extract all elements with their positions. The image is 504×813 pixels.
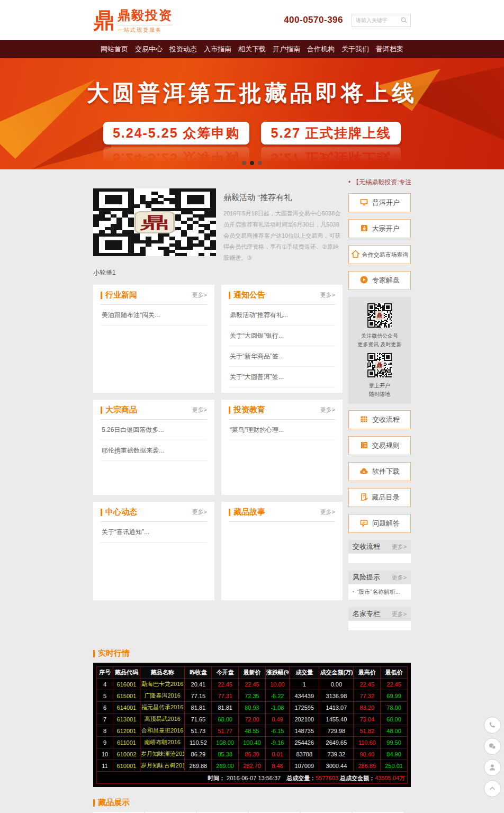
side-panel-title: 交收流程 [353, 542, 380, 552]
sidebar-button[interactable]: 专家解盘 [348, 271, 411, 290]
qq-float-button[interactable] [484, 759, 501, 776]
quote-cell: 20.41 [185, 679, 212, 690]
more-link[interactable]: 更多> [192, 291, 207, 299]
nav-item[interactable]: 关于我们 [341, 44, 369, 54]
more-link[interactable]: 更多> [192, 406, 207, 414]
sidebar-button-label: 藏品目录 [372, 493, 400, 502]
sidebar-button-label: 软件下载 [372, 467, 400, 476]
hero-banner[interactable]: 大圆普洱第五批藏品即将上线 5.24-5.25 众筹申购 5.27 正式挂牌上线… [0, 58, 504, 169]
search-button[interactable] [400, 16, 408, 24]
nav-item[interactable]: 交易中心 [135, 44, 163, 54]
quote-cell: 1 [290, 679, 319, 690]
news-item[interactable]: “菜鸟”理财的心理... [229, 420, 335, 440]
quote-cell: 8 [97, 725, 113, 737]
news-item[interactable]: 耶伦携重磅数据来袭... [101, 440, 207, 461]
article-title[interactable]: 鼎毅活动 “推荐有礼 [223, 193, 343, 203]
quote-row: 7613001高顶易武201671.6568.0072.000.49202100… [97, 713, 408, 725]
quotes-section-title: 实时行情 [98, 648, 130, 658]
more-link[interactable]: 更多> [392, 574, 407, 582]
news-item[interactable]: 关于“喜讯通知”... [101, 522, 207, 543]
side-panel-item[interactable]: “股市”名称解析... [348, 584, 411, 600]
carousel-dot[interactable] [242, 161, 246, 165]
quote-cell: 69.99 [381, 690, 408, 702]
quote-cell: 10 [97, 748, 113, 760]
quote-cell: 90.40 [354, 748, 381, 760]
news-card-title: 通知公告 [233, 290, 265, 300]
quote-cell: 0.49 [265, 713, 289, 725]
nav-item[interactable]: 普洱档案 [376, 44, 403, 54]
nav-item[interactable]: 网站首页 [101, 44, 128, 54]
nav-item[interactable]: 合作机构 [307, 44, 335, 54]
quote-cell: 11 [97, 760, 113, 772]
sidebar-button[interactable]: 大宗开户 [348, 219, 411, 238]
logo-tagline: 一站式现货服务 [118, 25, 173, 34]
top-float-button[interactable] [484, 780, 501, 797]
svg-text:鼎: 鼎 [376, 312, 383, 319]
more-link[interactable]: 更多> [320, 508, 335, 516]
quote-cell: 81.81 [212, 702, 239, 713]
sidebar-button[interactable]: 问题解答 [348, 514, 411, 533]
sidebar-button[interactable]: 交收流程 [348, 410, 411, 429]
nav-item[interactable]: 投资动态 [169, 44, 197, 54]
quote-cell: 172595 [290, 702, 319, 713]
quote-cell: 22.45 [239, 679, 266, 690]
quote-cell: -6.22 [265, 690, 289, 702]
more-link[interactable]: 更多> [392, 610, 407, 618]
news-card: 大宗商品 更多> 5.26日白银回落做多...耶伦携重磅数据来袭... [93, 400, 214, 495]
doc-edit-icon [360, 493, 368, 503]
section-bar [101, 509, 102, 516]
sidebar-button[interactable]: 藏品目录 [348, 488, 411, 507]
wechat-float-button[interactable] [484, 738, 501, 755]
sidebar-button-label: 普洱开户 [372, 198, 400, 207]
quote-cell: 729.98 [319, 725, 354, 737]
phone-float-button[interactable] [484, 717, 501, 734]
quote-cell: 269.88 [185, 760, 212, 772]
more-link[interactable]: 更多> [320, 291, 335, 299]
notice-ticker[interactable]: •【无锡鼎毅投资:专注 [348, 178, 411, 187]
news-item[interactable]: 鼎毅活动“推荐有礼... [229, 305, 335, 326]
news-item[interactable]: 美油跟随布油“闯关... [101, 305, 207, 326]
search-input[interactable] [356, 17, 400, 23]
carousel-dot[interactable] [258, 161, 262, 165]
quote-cell: 613001 [113, 713, 140, 725]
quote-cell: 77.15 [185, 690, 212, 702]
site-logo[interactable]: 鼎 鼎毅投资 一站式现货服务 [93, 7, 173, 34]
quote-cell: -1.08 [265, 702, 289, 713]
more-link[interactable]: 更多> [192, 508, 207, 516]
quote-cell: 202100 [290, 713, 319, 725]
quote-cell: 68.00 [381, 713, 408, 725]
news-item[interactable]: 关于“大圆银”银行... [229, 326, 335, 346]
search-box [352, 14, 411, 27]
news-card-title: 藏品故事 [233, 507, 265, 517]
quote-cell: 2649.65 [319, 737, 354, 748]
sidebar-button[interactable]: 交易规则 [348, 436, 411, 455]
news-item[interactable]: 关于“大圆普洱”签... [229, 367, 335, 387]
news-item[interactable]: 5.26日白银回落做多... [101, 420, 207, 440]
more-link[interactable]: 更多> [392, 543, 407, 551]
quote-cell: 8.46 [265, 760, 289, 772]
nav-item[interactable]: 入市指南 [204, 44, 231, 54]
bullet-icon: • [348, 178, 350, 186]
side-panel: 名家专栏更多> [348, 607, 411, 630]
nav-item[interactable]: 开户指南 [273, 44, 300, 54]
quote-cell: 南峤布朗2016 [140, 737, 185, 748]
news-item[interactable]: 关于“新华商品”签... [229, 346, 335, 367]
more-link[interactable]: 更多> [320, 406, 335, 414]
wechat-icon [488, 742, 497, 751]
floating-toolbar [484, 717, 501, 797]
carousel-dot[interactable] [250, 161, 254, 165]
quote-row: 9611001南峤布朗2016110.52108.00100.40-9.1625… [97, 737, 408, 748]
quote-cell: 0.00 [319, 679, 354, 690]
nav-item[interactable]: 相关下载 [238, 44, 266, 54]
sidebar-button[interactable]: 合作交易市场查询 [348, 245, 411, 264]
quotes-column-header: 成交金额(万) [319, 667, 354, 679]
quote-cell: 100.40 [239, 737, 266, 748]
quote-cell: 0.01 [265, 748, 289, 760]
quote-row: 11610001岁月知味古树2016269.88269.00282.708.46… [97, 760, 408, 772]
quote-cell: 81.81 [185, 702, 212, 713]
svg-text:鼎: 鼎 [139, 214, 169, 231]
phone-icon [488, 721, 497, 729]
sidebar-button[interactable]: 普洱开户 [348, 193, 411, 212]
quotes-column-header: 序号 [97, 667, 113, 679]
sidebar-button[interactable]: 软件下载 [348, 462, 411, 481]
